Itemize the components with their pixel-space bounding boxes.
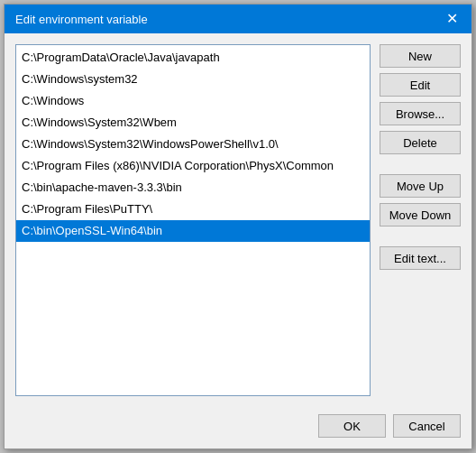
spacer-2	[380, 232, 461, 241]
list-item[interactable]: C:\bin\OpenSSL-Win64\bin	[16, 220, 370, 242]
move-up-button[interactable]: Move Up	[380, 174, 461, 198]
delete-button[interactable]: Delete	[380, 131, 461, 154]
title-bar: Edit environment variable ✕	[5, 5, 471, 33]
list-item[interactable]: C:\Program Files\PuTTY\	[16, 199, 370, 220]
list-item[interactable]: C:\Windows\system32	[16, 69, 370, 90]
list-item[interactable]: C:\Program Files (x86)\NVIDIA Corporatio…	[16, 155, 370, 177]
spacer-1	[380, 160, 461, 169]
list-item[interactable]: C:\bin\apache-maven-3.3.3\bin	[16, 177, 370, 199]
dialog-footer: OK Cancel	[5, 407, 471, 448]
new-button[interactable]: New	[380, 44, 461, 68]
list-box[interactable]: C:\ProgramData\Oracle\Java\javapathC:\Wi…	[15, 44, 371, 396]
ok-button[interactable]: OK	[318, 414, 386, 438]
dialog: Edit environment variable ✕ C:\ProgramDa…	[4, 4, 472, 449]
browse-button[interactable]: Browse...	[380, 102, 461, 125]
list-item[interactable]: C:\Windows\System32\Wbem	[16, 112, 370, 134]
list-item[interactable]: C:\Windows\System32\WindowsPowerShell\v1…	[16, 134, 370, 155]
dialog-body: C:\ProgramData\Oracle\Java\javapathC:\Wi…	[5, 33, 471, 407]
move-down-button[interactable]: Move Down	[380, 203, 461, 226]
list-container: C:\ProgramData\Oracle\Java\javapathC:\Wi…	[15, 44, 371, 396]
edit-text-button[interactable]: Edit text...	[380, 246, 461, 270]
list-item[interactable]: C:\Windows	[16, 90, 370, 112]
edit-button[interactable]: Edit	[380, 73, 461, 97]
list-item[interactable]: C:\ProgramData\Oracle\Java\javapath	[16, 47, 370, 69]
dialog-title: Edit environment variable	[15, 13, 148, 26]
cancel-button[interactable]: Cancel	[393, 414, 461, 438]
button-panel: New Edit Browse... Delete Move Up Move D…	[380, 44, 461, 396]
close-button[interactable]: ✕	[443, 10, 461, 28]
